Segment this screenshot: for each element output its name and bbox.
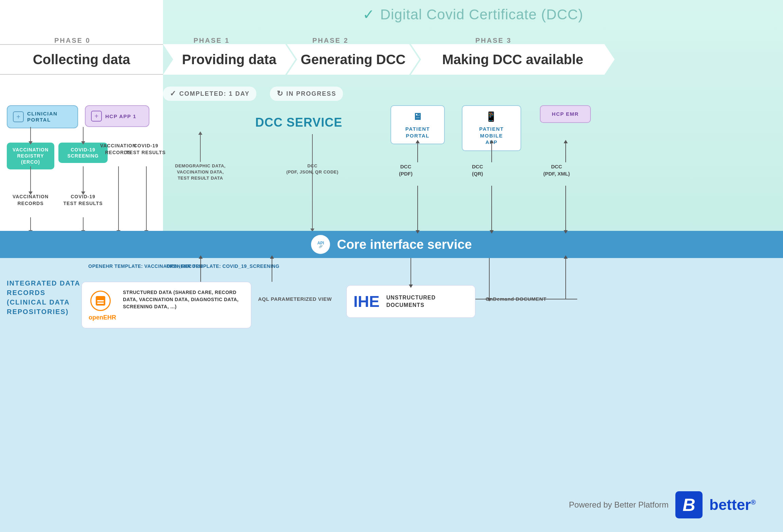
ihe-content: UNSTRUCTURED DOCUMENTS — [386, 294, 468, 309]
arrow-vacc-down — [30, 217, 31, 231]
ihe-box: IHE UNSTRUCTURED DOCUMENTS — [346, 285, 475, 318]
phase-headers: Collecting data Providing data Generatin… — [0, 44, 783, 75]
vline-core-to-hcp — [565, 258, 566, 299]
clinician-portal-icon: + — [13, 111, 24, 122]
phase1-title: Providing data — [182, 52, 276, 67]
hcp-emr-box: HCP EMR — [540, 105, 591, 123]
better-brand: better® — [709, 496, 756, 513]
dcc-header: ✓ Digital Covid Certificate (DCC) — [163, 6, 783, 23]
powered-by-text: Powered by Better Platform — [569, 500, 669, 510]
phase1-label: PHASE 1 — [194, 37, 230, 44]
hcp-app-label: HCP APP 1 — [105, 113, 136, 119]
in-progress-icon: ↻ — [277, 89, 284, 98]
demographic-data-label: DEMOGRAPHIC DATA,VACCINATION DATA,TEST R… — [166, 163, 234, 182]
arrow-dcc-to-ihe — [411, 258, 411, 285]
aql-label: AQL PARAMETERIZED VIEW — [258, 295, 332, 302]
arrow-cp-to-vacc — [30, 127, 31, 142]
arrow-vacc-to-records — [30, 166, 31, 192]
phase2-box: Generating DCC — [287, 44, 419, 75]
clinician-portal-box: + CLINICIAN PORTAL — [7, 105, 78, 128]
api-badge: API 🔗 — [311, 235, 330, 254]
phase3-title: Making DCC available — [442, 52, 583, 67]
openehr-template2-label: openEHR TEMPLATE: COVID_19_SCREENING — [166, 263, 279, 270]
phase0-label: PHASE 0 — [54, 37, 91, 44]
arrow-dcc-to-hcp-emr — [565, 143, 566, 162]
vline-core-to-ihe — [489, 258, 490, 299]
openehr-brand: openEHR — [89, 314, 116, 321]
patient-portal-label: PATIENTPORTAL — [405, 126, 430, 139]
in-progress-text: IN PROGRESS — [286, 90, 336, 97]
vacc-records-label-1: VACCINATIONRECORDS — [7, 194, 54, 207]
covid-test-label-2: COVID-19TEST RESULTS — [126, 143, 166, 156]
in-progress-badge: ↻ IN PROGRESS — [270, 87, 343, 101]
dcc-title: Digital Covid Certificate (DCC) — [380, 6, 583, 22]
arrow-hcp-emr-down — [565, 186, 566, 231]
dcc-service-label: DCC SERVICE — [180, 115, 418, 130]
arrow-vacc3-down — [118, 166, 119, 231]
arrow-dcc-to-patient-portal — [417, 143, 418, 162]
phase1-box: Providing data — [163, 44, 295, 75]
completed-icon: ✓ — [170, 89, 177, 98]
status-row: ✓ COMPLETED: 1 DAY ↻ IN PROGRESS — [163, 87, 428, 101]
patient-portal-icon: 🖥 — [413, 111, 423, 123]
dcc-pdf-xml-label: DCC(PDF, XML) — [543, 163, 570, 177]
phase2-title: Generating DCC — [301, 52, 406, 67]
vaccination-registry-box: VACCINATIONREGISTRY(eRCO) — [7, 143, 54, 169]
phase0-box: Collecting data — [0, 44, 163, 75]
hcp-emr-label: HCP EMR — [552, 111, 579, 117]
patient-portal-box: 🖥 PATIENTPORTAL — [390, 105, 445, 144]
dcc-qr-label: DCC(QR) — [472, 163, 483, 177]
arrow-patient-portal-down — [417, 186, 418, 231]
arrow-openehr-up — [200, 258, 201, 282]
ihe-label: IHE — [353, 292, 380, 311]
better-b-logo: B — [675, 491, 703, 518]
phase2-label: PHASE 2 — [312, 37, 349, 44]
arrow-demo-to-dcc — [200, 134, 201, 162]
hcp-app-icon: + — [91, 111, 102, 122]
hcp-app-box: + HCP APP 1 — [85, 105, 149, 127]
better-logo-area: Powered by Better Platform B better® — [569, 491, 756, 518]
arrow-covid-down — [83, 217, 84, 231]
openehr-box: openEHR STRUCTURED DATA (SHARED CARE, RE… — [81, 282, 251, 328]
completed-badge: ✓ COMPLETED: 1 DAY — [163, 87, 256, 101]
arrow-covid4-down — [146, 166, 147, 231]
phase0-title: Collecting data — [33, 52, 130, 67]
patient-mobile-icon: 📱 — [485, 111, 498, 123]
clinician-portal-label: CLINICIAN PORTAL — [27, 111, 72, 123]
arrow-patient-mobile-down — [491, 186, 492, 231]
integrated-label: INTEGRATED DATA RECORDS (CLINICAL DATA R… — [7, 278, 81, 316]
arrow-covid-to-test — [83, 166, 84, 192]
covid-test-label-1: COVID-19TEST RESULTS — [58, 194, 108, 207]
core-interface-label: Core interface service — [337, 237, 472, 252]
arrow-dcc-to-patient-mobile — [491, 143, 492, 162]
arrow-aql-up — [272, 258, 272, 282]
arrow-cp-to-covid — [83, 127, 84, 142]
phase3-box: Making DCC available — [411, 44, 615, 75]
core-interface-bar: API 🔗 Core interface service — [0, 231, 783, 258]
dcc-checkmark-icon: ✓ — [363, 6, 375, 22]
dcc-pdf-label: DCC(PDF) — [399, 163, 413, 177]
openehr-content: STRUCTURED DATA (SHARED CARE, RECORD DAT… — [123, 289, 244, 310]
arrow-dcc-down — [312, 134, 313, 229]
completed-text: COMPLETED: 1 DAY — [179, 90, 250, 97]
phase3-label: PHASE 3 — [475, 37, 512, 44]
